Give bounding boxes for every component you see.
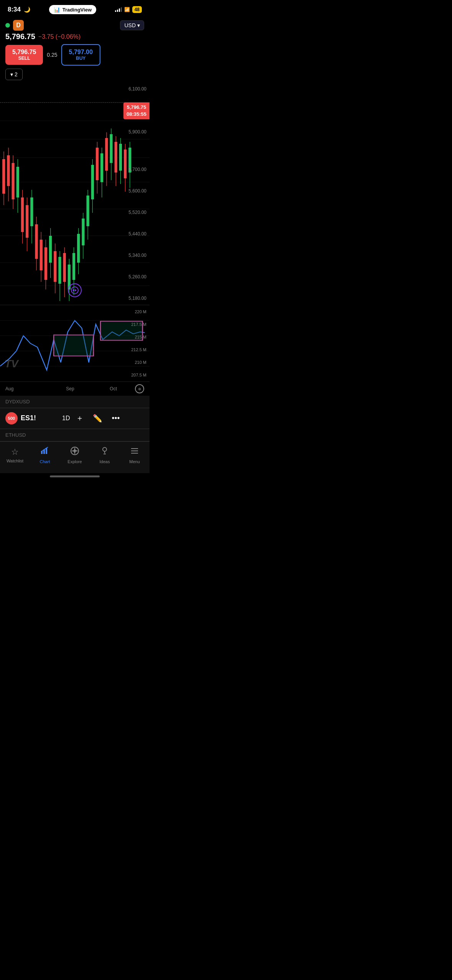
tab-menu[interactable]: Menu [120,445,150,465]
status-indicators: 📶 48 [115,6,142,13]
price-chart[interactable]: 6,100.00 6,000.00 5,900.00 5,700.00 5,60… [0,82,150,305]
leverage-value: 2 [15,71,18,77]
symbol-name: ES1! [21,414,36,422]
svg-rect-12 [7,155,10,186]
vol-tick-6: 207.5 M [131,373,146,377]
watchlist-icon: ☆ [11,447,19,457]
tab-explore-label: Explore [67,459,82,464]
svg-rect-46 [86,196,89,226]
add-button[interactable]: ＋ [73,411,87,425]
chart-icon [40,446,49,458]
leverage-button[interactable]: ▾ 2 [5,69,23,80]
current-price-value: 5,796.75 [127,104,146,111]
svg-rect-34 [58,257,61,284]
svg-rect-40 [72,253,75,280]
tab-chart[interactable]: Chart [30,445,60,465]
price-tick-1: 6,100.00 [128,86,146,92]
time-label-oct: Oct [92,386,135,391]
svg-rect-54 [105,138,108,171]
timeframe-selector[interactable]: 1D [62,415,70,422]
svg-rect-20 [26,205,28,238]
ticker-tape-1: DYDXUSD [0,396,150,408]
tab-chart-label: Chart [40,459,50,464]
vol-tick-4: 212.5 M [131,347,146,352]
ticker-tape-2: ETHUSD [0,429,150,441]
ideas-icon [100,446,109,458]
vol-tick-5: 210 M [131,360,146,365]
svg-rect-60 [119,144,122,171]
svg-rect-30 [49,236,52,263]
vol-tick-2: 217.5 M [131,322,146,327]
status-bar: 8:34 🌙 📊 TradingView 📶 48 [0,0,150,17]
current-price-time: 08:35:55 [127,111,146,118]
svg-rect-26 [40,240,43,270]
tradingview-logo: 📊 TradingView [49,5,96,14]
current-price-tag: 5,796.75 08:35:55 [123,102,150,119]
brand-name: TradingView [62,7,92,13]
vol-tick-3: 215 M [131,335,146,339]
menu-icon [130,446,139,458]
svg-rect-28 [44,247,47,280]
price-tick-7: 5,520.00 [128,210,146,215]
tab-menu-label: Menu [129,459,140,464]
draw-button[interactable]: ✏️ [90,412,105,424]
buy-sell-row[interactable]: 5,796.75 SELL 0.25 5,797.00 BUY [5,44,144,66]
tab-ideas-label: Ideas [100,459,110,464]
svg-rect-16 [16,167,19,197]
price-tick-6: 5,600.00 [128,188,146,194]
time-axis: Aug Sep Oct ⊕ [0,381,150,396]
svg-rect-18 [21,197,24,232]
more-button[interactable]: ••• [108,412,123,424]
price-tick-5: 5,700.00 [128,167,146,172]
tab-watchlist-label: Watchlist [7,459,23,463]
svg-point-78 [103,447,107,451]
battery-indicator: 48 [132,6,142,13]
home-indicator [0,473,150,481]
symbol-bar: 500 ES1! 1D ＋ ✏️ ••• [0,408,150,429]
svg-rect-50 [96,148,99,180]
sell-button[interactable]: 5,796.75 SELL [5,45,43,65]
wifi-icon: 📶 [124,7,130,12]
tv-watermark: TV [5,358,18,370]
price-tick-10: 5,260.00 [128,274,146,280]
status-time: 8:34 [8,6,21,13]
tab-watchlist[interactable]: ☆ Watchlist [0,446,30,465]
vol-tick-1: 220 M [131,309,146,314]
signal-icon [115,7,122,12]
time-label-aug: Aug [5,386,49,391]
volume-chart: TV 220 M 217.5 M 215 M 212.5 M 210 M 207… [0,305,150,381]
live-dot [5,23,10,28]
buy-button[interactable]: 5,797.00 BUY [61,44,100,66]
crosshair-icon[interactable]: ⊕ [135,384,144,393]
symbol-row: D USD ▾ [5,20,144,31]
svg-rect-67 [54,335,94,356]
svg-rect-36 [63,253,66,282]
svg-rect-52 [100,153,103,182]
svg-rect-56 [110,134,112,163]
volume-svg [0,305,150,381]
home-bar [50,475,100,477]
explore-icon [70,446,79,458]
svg-rect-32 [54,251,56,282]
svg-rect-10 [2,159,5,194]
svg-rect-14 [12,163,14,199]
price-tick-11: 5,180.00 [128,296,146,301]
price-tick-3: 5,900.00 [128,129,146,135]
tab-bar: ☆ Watchlist Chart Explore [0,441,150,473]
spread-value: 0.25 [47,52,57,58]
symbol-avatar: D [13,20,24,31]
svg-rect-44 [82,219,84,245]
price-change: −3.75 (−0.06%) [38,33,81,40]
tab-ideas[interactable]: Ideas [90,445,120,465]
svg-rect-48 [91,165,94,199]
fast-forward-button[interactable] [68,283,82,297]
top-controls: D USD ▾ 5,796.75 −3.75 (−0.06%) 5,796.75… [0,17,150,82]
moon-icon: 🌙 [24,7,30,13]
svg-rect-24 [35,224,38,259]
svg-rect-58 [115,142,117,173]
chevron-down-icon: ▾ [137,22,140,28]
chevron-down-icon: ▾ [10,71,13,77]
tab-explore[interactable]: Explore [60,445,90,465]
currency-dropdown[interactable]: USD ▾ [120,20,144,30]
symbol-badge: 500 [5,412,18,424]
